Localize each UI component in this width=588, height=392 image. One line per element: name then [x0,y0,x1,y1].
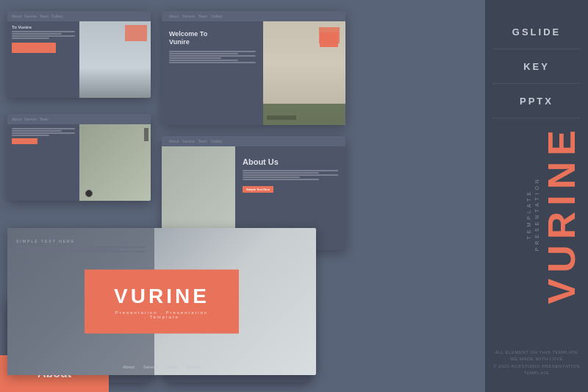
pptx-label: PPTX [520,96,553,107]
slide-5-hero[interactable]: Simple Text Here VURINE Presentation . P… [7,228,316,375]
coral-cta [12,138,37,144]
slide-2[interactable]: About Service Team Gallery Welcome To Vu… [162,11,345,125]
slide-2-text: Welcome To Vunire [162,21,263,125]
slide-3-nav: About Service Team [7,114,151,124]
slide-2-lines [169,51,256,63]
slide-5-inner: Simple Text Here VURINE Presentation . P… [7,228,316,375]
text-lines [12,128,75,136]
right-sidebar: GSLIDE KEY PPTX TEMPLATE PRESENTATION VU… [485,0,588,392]
slide-1-nav: About Service Team Gallery [7,11,151,21]
nav-item: Service [24,117,37,121]
slide-4-nav: About Service Team Gallery [162,136,345,146]
slide-4-title: About Us [243,157,338,166]
nav-item: About [169,14,179,18]
brand-subtitle-2: TEMPLATE [526,189,531,239]
slide-1-image [79,21,151,98]
nav-item: Service [24,14,37,18]
nav-item: Service [182,139,195,143]
slide-1-body [12,31,75,39]
slide-3-image [79,124,151,201]
slide-3-body [7,124,151,201]
brand-name: VURINE [542,124,581,304]
gslide-label: GSLIDE [512,26,561,38]
nav-item: Team [198,14,207,18]
slides-grid: About Service Team Gallery To Vunire [7,11,478,386]
coral-cta [12,43,56,53]
slide-2-image [263,21,346,125]
nav-item: Gallery [51,14,63,18]
nav-item: Team [40,117,49,121]
nav-item: Gallery [187,365,201,369]
text-lines [243,170,338,180]
format-key[interactable]: KEY [492,49,581,84]
slide-1-title: To Vunire [12,25,75,29]
nav-item: Team [40,14,49,18]
coral-tag: Simple Text Here [243,186,273,193]
nav-item: Gallery [211,139,223,143]
hero-left-panel: Simple Text Here [7,228,154,375]
nav-item: Gallery [211,14,223,18]
footer-line2: © 2020 ACRSTUDIO PRESENTATION TEMPLATE [492,363,581,377]
main-content: About Service Team Gallery To Vunire [0,0,485,392]
slide-3[interactable]: About Service Team [7,114,151,201]
hero-text-line1: Simple Text Here [16,239,146,243]
nav-item: Service [182,14,195,18]
slide-2-title: Welcome To Vunire [169,30,256,46]
format-pptx[interactable]: PPTX [492,84,581,118]
slide-1[interactable]: About Service Team Gallery To Vunire [7,11,151,98]
nav-item: Team [198,139,207,143]
slide-2-nav: About Service Team Gallery [162,11,345,21]
nav-item: About [169,139,179,143]
nav-item: Team [167,365,178,369]
key-label: KEY [523,61,550,72]
nav-item: About [12,117,21,121]
nav-item: About [12,14,21,18]
sidebar-brand: TEMPLATE PRESENTATION VURINE [526,124,581,304]
slide-2-body: Welcome To Vunire [162,21,345,125]
slide-3-text [7,124,79,201]
format-gslide[interactable]: GSLIDE [492,15,581,49]
brand-subtitle-1: PRESENTATION [534,177,539,251]
footer-line1: ALL ELEMENT ON THIS TEMPLATE WE MADE WIT… [492,349,581,363]
sidebar-footer: ALL ELEMENT ON THIS TEMPLATE WE MADE WIT… [485,349,588,377]
text-lines [16,246,146,252]
